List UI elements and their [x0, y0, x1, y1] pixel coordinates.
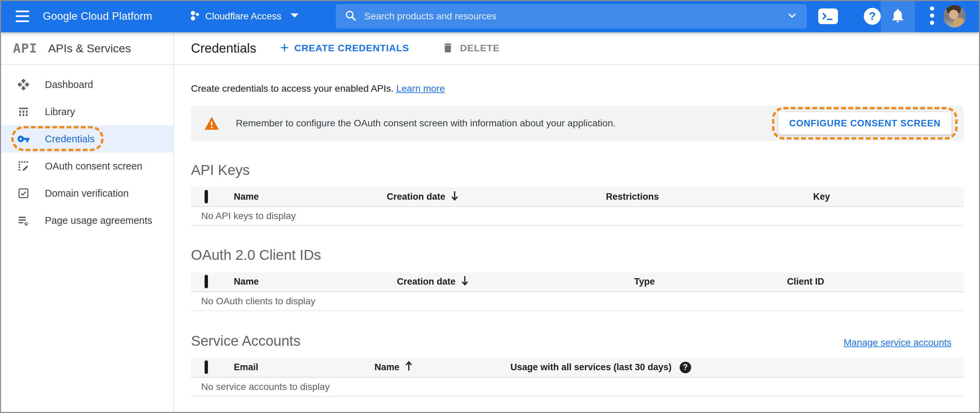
- column-header-restrictions: Restrictions: [606, 192, 813, 202]
- sidebar-nav: Dashboard Library: [0, 65, 173, 234]
- help-icon[interactable]: ?: [864, 8, 881, 25]
- project-name: Cloudflare Access: [205, 11, 282, 22]
- user-avatar[interactable]: [943, 5, 966, 27]
- column-header-name: Name: [234, 276, 397, 287]
- search-expand-chevron-icon[interactable]: [786, 10, 798, 23]
- oauth-clients-header-row: Name Creation date Type Client ID: [191, 272, 964, 292]
- select-all-checkbox[interactable]: [205, 190, 208, 203]
- create-credentials-button[interactable]: + CREATE CREDENTIALS: [280, 41, 409, 55]
- learn-more-link[interactable]: Learn more: [396, 83, 445, 94]
- sidebar: API APIs & Services Dashboard: [0, 32, 174, 413]
- column-header-client-id: Client ID: [787, 276, 964, 287]
- menu-hamburger-icon[interactable]: [16, 11, 29, 22]
- column-header-email: Email: [234, 362, 374, 373]
- sidebar-item-dashboard[interactable]: Dashboard: [0, 71, 173, 98]
- list-gear-icon: [17, 214, 30, 227]
- api-keys-header-row: Name Creation date Restrictions Key: [191, 187, 964, 207]
- usage-help-icon[interactable]: ?: [679, 362, 691, 373]
- oauth-clients-empty-row: No OAuth clients to display: [191, 292, 964, 311]
- sort-descending-icon: [450, 191, 459, 203]
- banner-message: Remember to configure the OAuth consent …: [236, 118, 616, 129]
- api-keys-empty-row: No API keys to display: [191, 207, 964, 226]
- column-header-creation-date[interactable]: Creation date: [397, 275, 634, 288]
- service-accounts-header-row: Email Name Usage with all services (last…: [191, 358, 964, 378]
- select-all-checkbox[interactable]: [205, 361, 208, 374]
- column-header-name[interactable]: Name: [374, 361, 511, 373]
- trash-icon: [442, 42, 454, 55]
- api-logo: API: [13, 41, 37, 56]
- column-header-type: Type: [634, 276, 787, 287]
- top-app-bar: Google Cloud Platform Cloudflare Access: [0, 0, 980, 32]
- sort-ascending-icon: [404, 361, 413, 373]
- column-header-name: Name: [234, 192, 387, 202]
- column-header-creation-date[interactable]: Creation date: [387, 191, 606, 203]
- gcp-console-window: Google Cloud Platform Cloudflare Access: [0, 0, 980, 413]
- consent-screen-icon: [17, 160, 30, 173]
- search-input[interactable]: [364, 11, 786, 22]
- notifications-button[interactable]: [881, 0, 915, 32]
- checkbox-check-icon: [17, 187, 30, 200]
- page-header: Credentials + CREATE CREDENTIALS DELETE: [174, 32, 980, 65]
- overflow-menu-icon[interactable]: [930, 5, 934, 27]
- sidebar-item-credentials[interactable]: Credentials: [0, 125, 173, 152]
- service-accounts-title: Service Accounts: [191, 333, 301, 349]
- column-header-key: Key: [813, 192, 964, 202]
- api-keys-title: API Keys: [191, 162, 964, 178]
- manage-service-accounts-link[interactable]: Manage service accounts: [843, 337, 951, 348]
- select-all-checkbox[interactable]: [205, 275, 208, 288]
- sidebar-title: APIs & Services: [48, 42, 131, 55]
- consent-warning-banner: Remember to configure the OAuth consent …: [191, 106, 964, 141]
- column-header-usage: Usage with all services (last 30 days) ?: [511, 362, 964, 373]
- oauth-clients-title: OAuth 2.0 Client IDs: [191, 247, 964, 263]
- warning-icon: [204, 116, 220, 130]
- sidebar-item-library[interactable]: Library: [0, 98, 173, 125]
- page-title: Credentials: [191, 41, 256, 56]
- chevron-down-icon: [290, 13, 299, 19]
- project-icon: [190, 10, 200, 22]
- sidebar-header: API APIs & Services: [0, 32, 173, 65]
- cloud-shell-icon[interactable]: [818, 8, 838, 24]
- library-icon: [17, 105, 30, 118]
- project-selector[interactable]: Cloudflare Access: [190, 10, 299, 22]
- brand-logo[interactable]: Google Cloud Platform: [43, 10, 152, 22]
- content-area: Create credentials to access your enable…: [174, 83, 980, 397]
- delete-button[interactable]: DELETE: [442, 42, 500, 55]
- bell-icon: [890, 8, 905, 25]
- dashboard-icon: [17, 78, 30, 91]
- plus-icon: +: [280, 40, 289, 55]
- sidebar-item-domain-verification[interactable]: Domain verification: [0, 179, 173, 207]
- sidebar-item-oauth-consent-screen[interactable]: OAuth consent screen: [0, 152, 173, 179]
- sidebar-item-page-usage-agreements[interactable]: Page usage agreements: [0, 207, 173, 234]
- search-bar[interactable]: [336, 4, 807, 29]
- key-icon: [17, 132, 30, 145]
- main-content: Credentials + CREATE CREDENTIALS DELETE …: [174, 32, 980, 413]
- configure-consent-screen-button[interactable]: CONFIGURE CONSENT SCREEN: [778, 112, 951, 135]
- search-icon: [345, 10, 357, 23]
- intro-text: Create credentials to access your enable…: [191, 83, 964, 94]
- sort-descending-icon: [460, 275, 469, 288]
- service-accounts-empty-row: No service accounts to display: [191, 378, 964, 397]
